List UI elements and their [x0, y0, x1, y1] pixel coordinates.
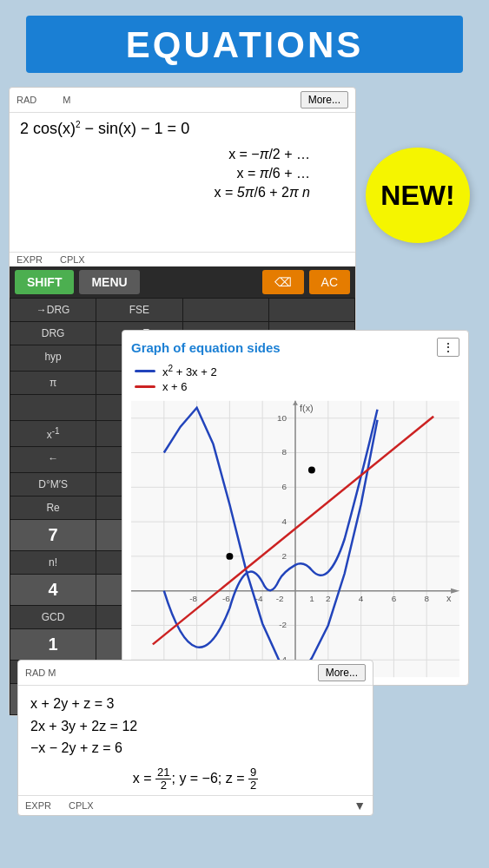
new-badge-text: NEW!: [380, 180, 454, 212]
eq-line-2: 2x + 3y + 2z = 12: [30, 715, 360, 738]
expr-label: EXPR: [17, 254, 43, 265]
svg-text:-8: -8: [189, 594, 197, 603]
svg-text:-6: -6: [222, 594, 230, 603]
m-label: M: [63, 95, 70, 105]
equation-display: 2 cos(x)2 − sin(x) − 1 = 0: [20, 120, 345, 138]
eq-line-1: x + 2y + z = 3: [30, 693, 360, 715]
calc-result-2: x = 212; y = −6; z = 92: [18, 763, 373, 796]
key-drg[interactable]: DRG: [10, 322, 96, 345]
key-drg-arrow[interactable]: →DRG: [10, 299, 96, 321]
key-hyp[interactable]: hyp: [10, 345, 96, 371]
rad-label: RAD: [17, 95, 36, 105]
calc-header-1: RAD M More...: [10, 88, 355, 113]
eq-line-3: −x − 2y + z = 6: [30, 737, 360, 760]
delete-button[interactable]: ⌫: [262, 270, 304, 294]
result-line-2: x = π/6 + …: [20, 166, 345, 181]
more-button-1[interactable]: More...: [301, 91, 348, 108]
svg-text:8: 8: [282, 448, 287, 457]
key-gcd[interactable]: GCD: [10, 606, 96, 628]
expr-cplx-bar-1: EXPR CPLX: [10, 252, 355, 266]
scroll-down-arrow[interactable]: ▼: [354, 799, 366, 812]
key-r5c1[interactable]: [10, 395, 96, 420]
calc-footer-2: EXPR CPLX ▼: [18, 795, 373, 815]
graph-panel: Graph of equation sides ⋮ x2 + 3x + 2 x …: [122, 330, 469, 686]
result-line-1: x = −π/2 + …: [20, 147, 345, 162]
cplx-label-2: CPLX: [69, 800, 94, 811]
graph-legend: x2 + 3x + 2 x + 6: [122, 360, 468, 400]
key-xinv[interactable]: x-1: [10, 421, 96, 446]
legend-label-1: x2 + 3x + 2: [162, 364, 217, 378]
svg-text:10: 10: [277, 413, 287, 423]
svg-text:f(x): f(x): [300, 403, 314, 413]
legend-label-2: x + 6: [162, 380, 188, 393]
svg-text:-2: -2: [279, 621, 287, 630]
menu-button[interactable]: MENU: [79, 270, 139, 294]
header-labels-2: RAD M: [25, 667, 56, 678]
svg-text:x: x: [446, 593, 452, 603]
key-r1c3[interactable]: [183, 299, 268, 321]
svg-text:4: 4: [359, 594, 364, 603]
key-re[interactable]: Re: [10, 496, 96, 519]
calc-display-2: x + 2y + z = 3 2x + 3y + 2z = 12 −x − 2y…: [18, 686, 373, 763]
key-dms[interactable]: D°M′S: [10, 473, 96, 496]
m-label-2: M: [48, 667, 56, 678]
key-back[interactable]: ←: [10, 447, 96, 472]
legend-line-red: [135, 385, 155, 388]
shift-button[interactable]: SHIFT: [15, 270, 74, 294]
keyboard-top-row: SHIFT MENU ⌫ AC: [10, 266, 355, 298]
graph-title: Graph of equation sides: [131, 340, 281, 355]
new-badge: NEW!: [366, 148, 470, 243]
svg-point-42: [308, 467, 315, 474]
legend-line-blue: [135, 370, 155, 372]
svg-text:2: 2: [326, 594, 331, 603]
key-pi[interactable]: π: [10, 372, 96, 394]
result-x: x = 212; y = −6; z = 92: [133, 771, 258, 786]
svg-text:-2: -2: [276, 594, 284, 603]
calc-header-2: RAD M More...: [18, 661, 373, 686]
cplx-label: CPLX: [60, 254, 85, 265]
svg-text:6: 6: [282, 483, 287, 492]
title-bar: EQUATIONS: [26, 16, 463, 73]
page-title: EQUATIONS: [26, 24, 463, 66]
key-r1c4[interactable]: [269, 299, 354, 321]
graph-menu-button[interactable]: ⋮: [437, 338, 459, 357]
key-nfact[interactable]: n!: [10, 551, 96, 574]
key-1[interactable]: 1: [10, 629, 96, 660]
key-4[interactable]: 4: [10, 575, 96, 605]
svg-text:8: 8: [424, 594, 429, 603]
graph-header: Graph of equation sides ⋮: [122, 331, 468, 360]
result-line-3: x = 5π/6 + 2π n: [20, 185, 345, 201]
key-fse[interactable]: FSE: [96, 299, 182, 321]
rad-label-2: RAD: [25, 667, 45, 678]
svg-text:2: 2: [282, 551, 287, 561]
svg-point-41: [226, 553, 233, 560]
calc-display-1: 2 cos(x)2 − sin(x) − 1 = 0 x = −π/2 + … …: [10, 113, 355, 252]
legend-item-2: x + 6: [135, 380, 456, 393]
header-labels-1: RAD M: [17, 95, 70, 105]
more-button-2[interactable]: More...: [318, 664, 366, 681]
svg-text:4: 4: [282, 516, 287, 526]
graph-svg: x f(x) -8 -6 -4 -2 1 2 4 6 8 2 4 6 8 10 …: [131, 400, 459, 678]
key-7[interactable]: 7: [10, 520, 96, 550]
calculator-panel-2: RAD M More... x + 2y + z = 3 2x + 3y + 2…: [17, 660, 373, 816]
expr-label-2: EXPR: [25, 800, 51, 811]
legend-item-1: x2 + 3x + 2: [135, 364, 456, 378]
svg-text:1: 1: [309, 594, 314, 603]
ac-button[interactable]: AC: [309, 270, 350, 294]
svg-text:6: 6: [392, 594, 397, 603]
graph-area: x f(x) -8 -6 -4 -2 1 2 4 6 8 2 4 6 8 10 …: [131, 400, 459, 678]
